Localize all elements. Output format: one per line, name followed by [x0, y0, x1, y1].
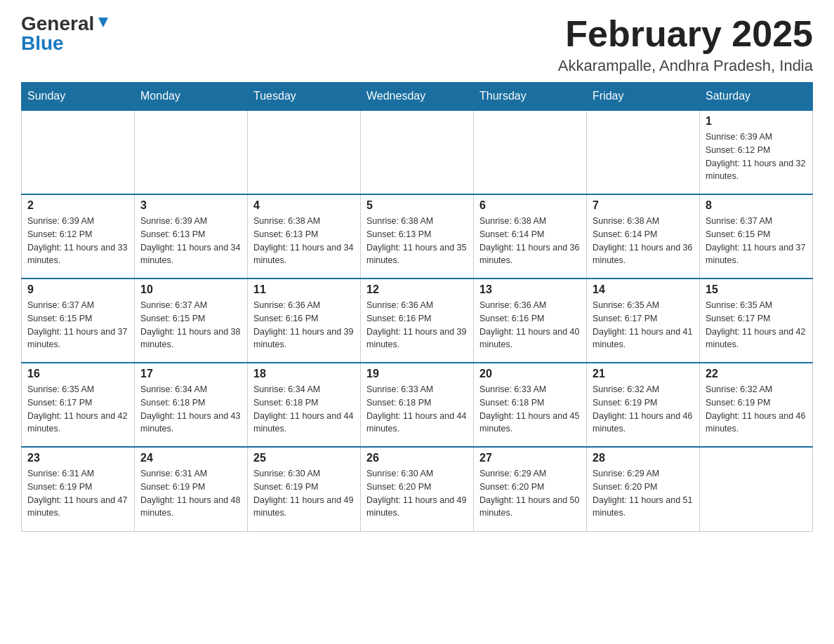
day-number: 25: [253, 452, 355, 464]
calendar-cell: [700, 447, 813, 531]
day-info: Sunrise: 6:35 AM Sunset: 6:17 PM Dayligh…: [27, 383, 128, 436]
day-number: 28: [593, 452, 694, 464]
calendar-cell: 28Sunrise: 6:29 AM Sunset: 6:20 PM Dayli…: [587, 447, 700, 531]
day-info: Sunrise: 6:35 AM Sunset: 6:17 PM Dayligh…: [706, 299, 807, 351]
calendar-cell: 24Sunrise: 6:31 AM Sunset: 6:19 PM Dayli…: [135, 447, 248, 531]
calendar-header-wednesday: Wednesday: [361, 83, 474, 111]
calendar-cell: 13Sunrise: 6:36 AM Sunset: 6:16 PM Dayli…: [474, 279, 587, 363]
calendar-cell: [135, 110, 248, 194]
calendar-header-saturday: Saturday: [700, 83, 813, 111]
day-info: Sunrise: 6:39 AM Sunset: 6:12 PM Dayligh…: [706, 130, 807, 183]
calendar-week-4: 16Sunrise: 6:35 AM Sunset: 6:17 PM Dayli…: [22, 363, 813, 447]
day-info: Sunrise: 6:32 AM Sunset: 6:19 PM Dayligh…: [706, 383, 807, 436]
day-number: 9: [27, 283, 128, 296]
svg-marker-0: [98, 18, 108, 27]
calendar-cell: 16Sunrise: 6:35 AM Sunset: 6:17 PM Dayli…: [22, 363, 135, 447]
calendar-week-2: 2Sunrise: 6:39 AM Sunset: 6:12 PM Daylig…: [22, 194, 813, 279]
calendar-cell: 26Sunrise: 6:30 AM Sunset: 6:20 PM Dayli…: [361, 447, 474, 531]
day-number: 2: [27, 199, 128, 212]
calendar-header-row: SundayMondayTuesdayWednesdayThursdayFrid…: [22, 83, 813, 111]
calendar-cell: 20Sunrise: 6:33 AM Sunset: 6:18 PM Dayli…: [474, 363, 587, 447]
calendar-cell: 2Sunrise: 6:39 AM Sunset: 6:12 PM Daylig…: [22, 194, 135, 279]
calendar-header-tuesday: Tuesday: [248, 83, 361, 111]
day-info: Sunrise: 6:38 AM Sunset: 6:14 PM Dayligh…: [593, 215, 694, 267]
calendar-week-1: 1Sunrise: 6:39 AM Sunset: 6:12 PM Daylig…: [22, 110, 813, 194]
calendar-cell: 5Sunrise: 6:38 AM Sunset: 6:13 PM Daylig…: [361, 194, 474, 279]
day-number: 15: [706, 283, 807, 296]
calendar-cell: 21Sunrise: 6:32 AM Sunset: 6:19 PM Dayli…: [587, 363, 700, 447]
day-number: 23: [27, 452, 128, 464]
logo-blue-text: Blue: [21, 34, 64, 53]
day-number: 21: [593, 368, 694, 380]
day-number: 13: [479, 283, 581, 296]
day-info: Sunrise: 6:39 AM Sunset: 6:12 PM Dayligh…: [27, 215, 128, 267]
day-number: 1: [706, 115, 807, 128]
day-info: Sunrise: 6:38 AM Sunset: 6:13 PM Dayligh…: [366, 215, 468, 267]
calendar-cell: [474, 110, 587, 194]
calendar-cell: [22, 110, 135, 194]
calendar-cell: 19Sunrise: 6:33 AM Sunset: 6:18 PM Dayli…: [361, 363, 474, 447]
calendar-header-monday: Monday: [135, 83, 248, 111]
day-number: 16: [27, 368, 128, 380]
day-number: 19: [366, 368, 468, 380]
day-info: Sunrise: 6:35 AM Sunset: 6:17 PM Dayligh…: [593, 299, 694, 351]
calendar-cell: 7Sunrise: 6:38 AM Sunset: 6:14 PM Daylig…: [587, 194, 700, 279]
day-info: Sunrise: 6:31 AM Sunset: 6:19 PM Dayligh…: [27, 467, 128, 520]
logo: General Blue: [21, 14, 111, 53]
day-number: 26: [366, 452, 468, 464]
day-info: Sunrise: 6:29 AM Sunset: 6:20 PM Dayligh…: [593, 467, 694, 520]
calendar-cell: 9Sunrise: 6:37 AM Sunset: 6:15 PM Daylig…: [22, 279, 135, 363]
month-title: February 2025: [558, 14, 813, 54]
day-info: Sunrise: 6:33 AM Sunset: 6:18 PM Dayligh…: [479, 383, 581, 436]
calendar-cell: 10Sunrise: 6:37 AM Sunset: 6:15 PM Dayli…: [135, 279, 248, 363]
calendar-cell: 8Sunrise: 6:37 AM Sunset: 6:15 PM Daylig…: [700, 194, 813, 279]
day-number: 11: [253, 283, 355, 296]
calendar-cell: [248, 110, 361, 194]
calendar-cell: 3Sunrise: 6:39 AM Sunset: 6:13 PM Daylig…: [135, 194, 248, 279]
calendar-week-3: 9Sunrise: 6:37 AM Sunset: 6:15 PM Daylig…: [22, 279, 813, 363]
logo-general-text: General: [21, 14, 94, 34]
location-text: Akkarampalle, Andhra Pradesh, India: [558, 57, 813, 75]
calendar-cell: 23Sunrise: 6:31 AM Sunset: 6:19 PM Dayli…: [22, 447, 135, 531]
calendar-cell: 6Sunrise: 6:38 AM Sunset: 6:14 PM Daylig…: [474, 194, 587, 279]
day-info: Sunrise: 6:37 AM Sunset: 6:15 PM Dayligh…: [140, 299, 241, 351]
day-info: Sunrise: 6:36 AM Sunset: 6:16 PM Dayligh…: [366, 299, 468, 351]
day-number: 27: [479, 452, 581, 464]
calendar-cell: [587, 110, 700, 194]
day-info: Sunrise: 6:37 AM Sunset: 6:15 PM Dayligh…: [706, 215, 807, 267]
day-info: Sunrise: 6:29 AM Sunset: 6:20 PM Dayligh…: [479, 467, 581, 520]
calendar-cell: 15Sunrise: 6:35 AM Sunset: 6:17 PM Dayli…: [700, 279, 813, 363]
calendar-header-thursday: Thursday: [474, 83, 587, 111]
calendar-cell: 22Sunrise: 6:32 AM Sunset: 6:19 PM Dayli…: [700, 363, 813, 447]
day-number: 12: [366, 283, 468, 296]
day-info: Sunrise: 6:31 AM Sunset: 6:19 PM Dayligh…: [140, 467, 241, 520]
day-info: Sunrise: 6:34 AM Sunset: 6:18 PM Dayligh…: [140, 383, 241, 436]
day-info: Sunrise: 6:36 AM Sunset: 6:16 PM Dayligh…: [479, 299, 581, 351]
calendar-header-friday: Friday: [587, 83, 700, 111]
day-info: Sunrise: 6:39 AM Sunset: 6:13 PM Dayligh…: [140, 215, 241, 267]
day-number: 3: [140, 199, 241, 212]
day-number: 20: [479, 368, 581, 380]
day-info: Sunrise: 6:30 AM Sunset: 6:20 PM Dayligh…: [366, 467, 468, 520]
logo-triangle-icon: [95, 15, 111, 30]
calendar-week-5: 23Sunrise: 6:31 AM Sunset: 6:19 PM Dayli…: [22, 447, 813, 531]
day-number: 14: [593, 283, 694, 296]
title-section: February 2025 Akkarampalle, Andhra Prade…: [558, 14, 813, 75]
day-number: 17: [140, 368, 241, 380]
day-number: 4: [253, 199, 355, 212]
day-number: 22: [706, 368, 807, 380]
calendar-cell: 4Sunrise: 6:38 AM Sunset: 6:13 PM Daylig…: [248, 194, 361, 279]
calendar-cell: 18Sunrise: 6:34 AM Sunset: 6:18 PM Dayli…: [248, 363, 361, 447]
day-number: 18: [253, 368, 355, 380]
calendar-table: SundayMondayTuesdayWednesdayThursdayFrid…: [21, 82, 813, 532]
calendar-cell: 12Sunrise: 6:36 AM Sunset: 6:16 PM Dayli…: [361, 279, 474, 363]
day-info: Sunrise: 6:38 AM Sunset: 6:14 PM Dayligh…: [479, 215, 581, 267]
day-number: 8: [706, 199, 807, 212]
page-header: General Blue February 2025 Akkarampalle,…: [21, 14, 813, 75]
day-info: Sunrise: 6:38 AM Sunset: 6:13 PM Dayligh…: [253, 215, 355, 267]
calendar-cell: 14Sunrise: 6:35 AM Sunset: 6:17 PM Dayli…: [587, 279, 700, 363]
day-number: 24: [140, 452, 241, 464]
day-info: Sunrise: 6:33 AM Sunset: 6:18 PM Dayligh…: [366, 383, 468, 436]
calendar-cell: [361, 110, 474, 194]
day-info: Sunrise: 6:37 AM Sunset: 6:15 PM Dayligh…: [27, 299, 128, 351]
